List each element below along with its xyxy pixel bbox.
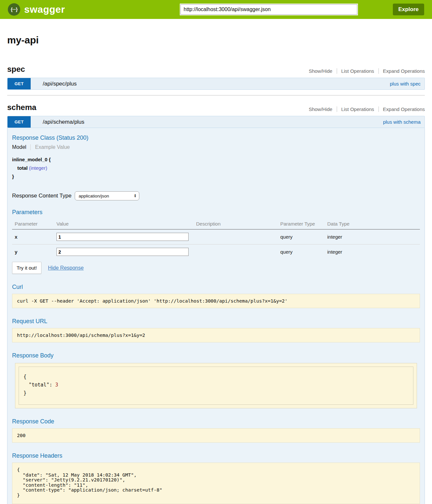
response-class-heading: Response Class (Status 200) [12,134,420,141]
model-tabs: Model Example Value [12,144,420,150]
response-code-heading: Response Code [12,418,420,425]
operation-path-spec[interactable]: /api/spec/plus [31,78,390,89]
spec-list-operations-link[interactable]: List Operations [337,68,378,74]
get-method-button-schema[interactable]: GET [8,116,31,128]
response-content-type-label: Response Content Type [12,193,71,199]
parameter-value-input-x[interactable] [56,233,189,241]
parameter-description-y [196,244,280,260]
parameter-row-y: y query integer [12,244,420,260]
column-header-value: Value [56,219,196,229]
response-body-close-brace: } [23,389,409,397]
column-header-parameter: Parameter [12,219,56,229]
get-method-button-spec[interactable]: GET [8,78,31,89]
explore-button[interactable]: Explore [393,4,424,15]
response-headers-box: { "date": "Sat, 12 May 2018 14:02:34 GMT… [12,463,420,504]
parameter-data-type-x: integer [327,229,420,244]
request-url-box: http://localhost:3000/api/schema/plus?x=… [12,328,420,342]
parameter-type-y: query [280,244,327,260]
parameters-heading: Parameters [12,209,420,216]
column-header-data-type: Data Type [327,219,420,229]
tab-example-value[interactable]: Example Value [30,144,70,150]
column-header-parameter-type: Parameter Type [280,219,327,229]
operation-row-schema[interactable]: GET /api/schema/plus plus with schema [7,116,425,128]
parameter-row-x: x query integer [12,229,420,244]
schema-list-operations-link[interactable]: List Operations [337,106,378,112]
operation-path-schema[interactable]: /api/schema/plus [31,116,383,128]
schema-show-hide-link[interactable]: Show/Hide [304,106,337,112]
response-body-open-brace: { [23,373,409,381]
operation-summary-schema[interactable]: plus with schema [383,116,424,128]
operation-row-spec[interactable]: GET /api/spec/plus plus with spec [7,78,425,90]
response-body-key: "total": [29,382,52,388]
parameter-data-type-y: integer [327,244,420,260]
topbar: {···} swagger Explore [0,0,432,19]
tab-model[interactable]: Model [12,144,30,150]
response-body-heading: Response Body [12,352,420,359]
model-close: } [12,172,420,181]
spec-show-hide-link[interactable]: Show/Hide [304,68,337,74]
curl-heading: Curl [12,284,420,291]
parameter-name-x: x [12,229,56,244]
column-header-description: Description [196,219,280,229]
page: my-api spec Show/Hide List Operations Ex… [0,35,432,504]
parameter-value-input-y[interactable] [56,248,189,256]
page-title: my-api [7,35,425,46]
parameter-description-x [196,229,280,244]
operation-summary-spec[interactable]: plus with spec [390,78,424,89]
operation-content-panel: Response Class (Status 200) Model Exampl… [7,128,425,504]
model-property-name: total [17,165,28,171]
resource-header-schema: schema Show/Hide List Operations Expand … [7,103,425,112]
parameters-table: Parameter Value Description Parameter Ty… [12,219,420,259]
response-body-box: { "total": 3 } [15,363,417,408]
api-url-box [180,4,358,15]
response-content-type-select[interactable]: application/json ▲▼ [75,191,139,200]
hide-response-link[interactable]: Hide Response [48,265,84,271]
brand[interactable]: {···} swagger [8,3,145,16]
spec-expand-operations-link[interactable]: Expand Operations [378,68,425,74]
resource-divider [7,95,425,96]
model-signature: inline_model_0 { total (integer) } [12,155,420,181]
parameter-name-y: y [12,244,56,260]
brand-name: swagger [24,4,65,15]
model-property-type: (integer) [29,165,47,171]
resource-title-spec[interactable]: spec [7,65,25,74]
request-url-heading: Request URL [12,318,420,325]
api-url-input[interactable] [180,4,357,15]
resource-title-schema[interactable]: schema [7,103,36,112]
resource-header-spec: spec Show/Hide List Operations Expand Op… [7,65,425,74]
response-code-box: 200 [12,428,420,443]
model-open: inline_model_0 { [12,155,420,164]
response-body-value: 3 [55,382,58,388]
schema-expand-operations-link[interactable]: Expand Operations [378,106,425,112]
curl-command-box: curl -X GET --header 'Accept: applicatio… [12,294,420,308]
response-content-type-value: application/json [79,194,109,198]
response-headers-heading: Response Headers [12,452,420,459]
try-it-out-button[interactable]: Try it out! [12,262,41,274]
select-arrows-icon: ▲▼ [134,194,136,198]
parameter-type-x: query [280,229,327,244]
swagger-logo-icon: {···} [8,3,20,16]
